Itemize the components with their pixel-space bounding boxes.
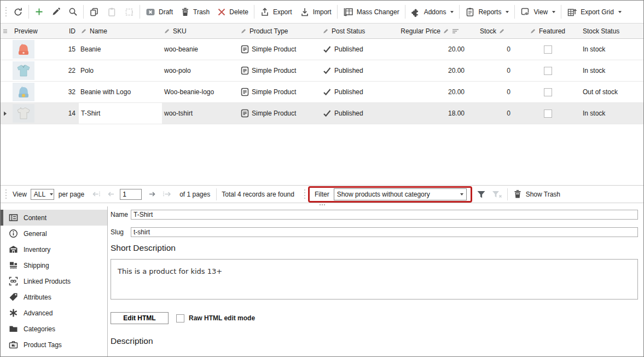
clear-filter-button[interactable] bbox=[492, 190, 502, 199]
cell-regular-price[interactable]: 20.00 bbox=[394, 82, 469, 102]
toolbar-drag-handle-icon[interactable] bbox=[4, 6, 8, 18]
addons-button[interactable]: Addons bbox=[407, 4, 458, 20]
column-header-sku[interactable]: SKU bbox=[162, 24, 239, 38]
grid-corner-menu-icon[interactable] bbox=[1, 24, 10, 38]
cell-post-status[interactable]: Published bbox=[321, 82, 394, 102]
copy-button[interactable] bbox=[85, 4, 103, 20]
table-row[interactable]: 32 Beanie with Logo Woo-beanie-logo Simp… bbox=[1, 82, 643, 103]
cell-sku[interactable]: Woo-beanie-logo bbox=[162, 82, 239, 102]
cell-stock[interactable]: 0 bbox=[469, 103, 515, 124]
cell-regular-price[interactable]: 18.00 bbox=[394, 103, 469, 124]
featured-checkbox[interactable] bbox=[544, 45, 552, 54]
edit-pencil-icon bbox=[530, 28, 536, 34]
per-page-caret-icon bbox=[50, 193, 53, 195]
toolbar-separator bbox=[83, 5, 84, 19]
cell-product-type[interactable]: Simple Product bbox=[239, 39, 321, 60]
cell-regular-price[interactable]: 20.00 bbox=[394, 60, 469, 81]
featured-checkbox[interactable] bbox=[544, 110, 552, 118]
page-number-input[interactable] bbox=[120, 189, 142, 200]
edit-button[interactable] bbox=[48, 4, 65, 20]
sidebar-item-shipping[interactable]: Shipping bbox=[1, 257, 107, 273]
cell-stock[interactable]: 0 bbox=[469, 82, 515, 102]
export-grid-button[interactable]: Export Grid bbox=[563, 4, 625, 20]
short-description-editor[interactable]: This is a product for kids 13+ bbox=[111, 259, 638, 300]
per-page-select[interactable]: ALL bbox=[31, 189, 54, 200]
name-field[interactable] bbox=[131, 210, 638, 220]
draft-label: Draft bbox=[159, 8, 173, 16]
cell-product-type[interactable]: Simple Product bbox=[239, 82, 321, 102]
sidebar-item-inventory[interactable]: Inventory bbox=[1, 241, 107, 257]
export-icon bbox=[260, 7, 270, 17]
reports-caret-icon bbox=[506, 11, 509, 13]
cell-stock[interactable]: 0 bbox=[469, 60, 515, 81]
edit-html-button[interactable]: Edit HTML bbox=[111, 312, 169, 324]
column-header-regular-price[interactable]: Regular Price bbox=[394, 24, 469, 38]
cell-name[interactable]: Beanie with Logo bbox=[79, 82, 162, 102]
previous-page-button[interactable] bbox=[107, 190, 115, 198]
reports-button[interactable]: Reports bbox=[461, 4, 513, 20]
sidebar-item-advanced[interactable]: Advanced bbox=[1, 305, 107, 321]
search-button[interactable] bbox=[65, 4, 82, 20]
featured-checkbox[interactable] bbox=[544, 67, 552, 75]
filter-select[interactable]: Show products without category bbox=[334, 188, 467, 200]
raw-html-checkbox[interactable] bbox=[176, 314, 184, 323]
apply-filter-button[interactable] bbox=[477, 190, 486, 199]
sidebar-item-linked-products[interactable]: Linked Products bbox=[1, 273, 107, 289]
toolbar-separator bbox=[405, 5, 405, 19]
mass-changer-icon bbox=[343, 7, 353, 17]
cell-post-status[interactable]: Published bbox=[321, 103, 394, 124]
column-header-stock-status[interactable]: Stock Status bbox=[581, 24, 643, 38]
pencil-icon bbox=[51, 7, 61, 16]
refresh-button[interactable] bbox=[9, 4, 27, 20]
paste-button[interactable] bbox=[103, 4, 120, 20]
column-header-id[interactable]: ID bbox=[58, 24, 79, 38]
sidebar-item-general[interactable]: General bbox=[1, 226, 107, 241]
last-page-button[interactable] bbox=[162, 190, 171, 198]
sidebar-item-categories[interactable]: Categories bbox=[1, 321, 107, 337]
sidebar-item-attributes[interactable]: Attributes bbox=[1, 289, 107, 305]
cell-name-editing[interactable]: T-Shirt bbox=[79, 103, 162, 124]
cell-stock[interactable]: 0 bbox=[469, 39, 515, 60]
cell-sku[interactable]: woo-beanie bbox=[162, 39, 239, 60]
slug-field[interactable] bbox=[131, 227, 638, 237]
draft-button[interactable]: Draft bbox=[142, 4, 177, 20]
sidebar-item-product-tags[interactable]: Product Tags bbox=[1, 337, 107, 353]
column-header-preview[interactable]: Preview bbox=[10, 24, 58, 38]
cell-product-type[interactable]: Simple Product bbox=[239, 60, 321, 81]
table-row[interactable]: 15 Beanie woo-beanie Simple Product Publ… bbox=[1, 39, 643, 60]
trash-button[interactable]: Trash bbox=[177, 4, 213, 20]
cell-id: 32 bbox=[58, 82, 79, 102]
add-button[interactable] bbox=[31, 4, 48, 20]
cell-sku[interactable]: woo-polo bbox=[162, 60, 239, 81]
next-page-button[interactable] bbox=[148, 190, 156, 198]
table-row-selected[interactable]: 14 T-Shirt woo-tshirt Simple Product Pub… bbox=[1, 103, 643, 124]
cell-product-type[interactable]: Simple Product bbox=[239, 103, 321, 124]
cell-post-status[interactable]: Published bbox=[321, 39, 394, 60]
import-button[interactable]: Import bbox=[296, 4, 335, 20]
cell-post-status[interactable]: Published bbox=[321, 60, 394, 81]
cell-name[interactable]: Beanie bbox=[79, 39, 162, 60]
delete-button[interactable]: Delete bbox=[213, 4, 252, 20]
featured-checkbox[interactable] bbox=[544, 88, 552, 96]
column-header-product-type[interactable]: Product Type bbox=[239, 24, 321, 38]
pagination-drag-handle-icon[interactable] bbox=[4, 188, 8, 200]
column-header-featured[interactable]: Featured bbox=[515, 24, 581, 38]
column-header-name[interactable]: Name bbox=[79, 24, 162, 38]
table-row[interactable]: 22 Polo woo-polo Simple Product Publishe… bbox=[1, 60, 643, 82]
show-trash-button[interactable]: Show Trash bbox=[513, 189, 560, 199]
cell-sku[interactable]: woo-tshirt bbox=[162, 103, 239, 124]
paste-special-button[interactable] bbox=[120, 4, 138, 20]
cell-regular-price[interactable]: 20.00 bbox=[394, 39, 469, 60]
sidebar-item-content[interactable]: Content bbox=[1, 210, 107, 226]
column-header-stock[interactable]: Stock bbox=[469, 24, 515, 38]
first-page-button[interactable] bbox=[92, 190, 101, 198]
column-header-post-status[interactable]: Post Status bbox=[321, 24, 394, 38]
cell-name[interactable]: Polo bbox=[79, 60, 162, 81]
export-button[interactable]: Export bbox=[256, 4, 296, 20]
mass-changer-button[interactable]: Mass Changer bbox=[339, 4, 403, 20]
filter-drag-handle-icon[interactable] bbox=[303, 188, 307, 200]
product-thumbnail bbox=[13, 83, 34, 101]
import-label: Import bbox=[313, 8, 332, 16]
view-button[interactable]: View bbox=[517, 4, 559, 20]
paste-special-icon bbox=[124, 7, 134, 17]
